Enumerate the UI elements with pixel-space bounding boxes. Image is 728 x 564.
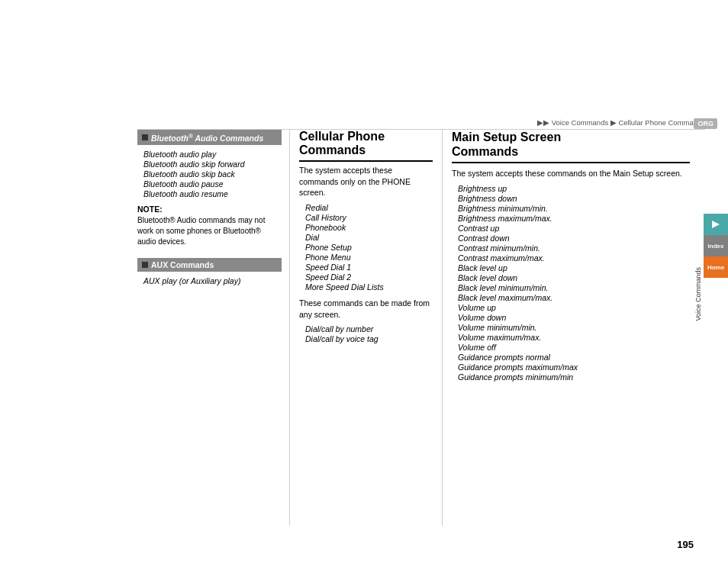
main-setup-intro: The system accepts these commands on the…	[452, 168, 690, 179]
content-area: Bluetooth® Audio Commands Bluetooth audi…	[137, 130, 690, 526]
bluetooth-note: NOTE: Bluetooth® Audio commands may not …	[137, 205, 282, 247]
list-item: Speed Dial 1	[305, 263, 433, 272]
bluetooth-items: Bluetooth audio play Bluetooth audio ski…	[137, 150, 282, 198]
list-item: Brightness minimum/min.	[458, 204, 690, 213]
aux-header-label: AUX Commands	[151, 260, 214, 269]
list-item: Dial/call by voice tag	[305, 334, 433, 343]
list-item: Bluetooth audio resume	[143, 189, 282, 198]
list-item: Black level up	[458, 263, 690, 272]
aux-items: AUX play (or Auxiliary play)	[137, 276, 282, 285]
square-icon	[142, 134, 148, 140]
list-item: Phonebook	[305, 223, 433, 232]
list-item: Guidance prompts minimum/min	[458, 372, 690, 382]
right-column: Main Setup Screen Commands The system ac…	[443, 130, 690, 526]
cellular-phone-title: Cellular Phone Commands	[299, 130, 433, 162]
list-item: Volume off	[458, 343, 690, 352]
main-setup-items: Brightness up Brightness down Brightness…	[452, 184, 690, 382]
middle-column: Cellular Phone Commands The system accep…	[290, 130, 443, 526]
list-item: Black level maximum/max.	[458, 293, 690, 302]
list-item: Brightness down	[458, 194, 690, 203]
page-wrapper: ▶▶ Voice Commands ▶ Cellular Phone Comma…	[0, 0, 728, 564]
aux-section-header: AUX Commands	[137, 258, 282, 272]
bluetooth-header-label: Bluetooth® Audio Commands	[151, 132, 263, 143]
list-item: Volume up	[458, 303, 690, 312]
list-item: Contrast down	[458, 234, 690, 243]
list-item: Volume minimum/min.	[458, 323, 690, 332]
side-tabs: Index Home	[704, 214, 728, 278]
list-item: Bluetooth audio play	[143, 150, 282, 159]
list-item: Contrast up	[458, 224, 690, 233]
list-item: Guidance prompts normal	[458, 353, 690, 362]
list-item: Call History	[305, 213, 433, 222]
left-column: Bluetooth® Audio Commands Bluetooth audi…	[137, 130, 290, 526]
screen-intro: These commands can be made from any scre…	[299, 298, 433, 320]
list-item: Black level minimum/min.	[458, 283, 690, 292]
note-text: Bluetooth® Audio commands may not work o…	[137, 215, 282, 247]
list-item: Brightness up	[458, 184, 690, 193]
screen-items: Dial/call by number Dial/call by voice t…	[299, 324, 433, 343]
breadcrumb: ▶▶ Voice Commands ▶ Cellular Phone Comma…	[537, 118, 705, 127]
list-item: Contrast maximum/max.	[458, 253, 690, 263]
square-icon-aux	[142, 262, 148, 268]
list-item: Black level down	[458, 273, 690, 282]
list-item: Phone Menu	[305, 253, 433, 262]
tab-index[interactable]: Index	[704, 235, 728, 256]
list-item: Speed Dial 2	[305, 272, 433, 282]
list-item: Dial	[305, 233, 433, 242]
list-item: Dial/call by number	[305, 324, 433, 334]
page-number: 195	[677, 539, 694, 550]
bluetooth-section-header: Bluetooth® Audio Commands	[137, 130, 282, 145]
phone-intro: The system accepts these commands only o…	[299, 165, 433, 198]
tab-voice[interactable]	[704, 214, 728, 235]
main-setup-title: Main Setup Screen Commands	[452, 130, 690, 163]
org-button[interactable]: ORG	[694, 118, 717, 129]
list-item: Bluetooth audio skip forward	[143, 160, 282, 169]
note-label: NOTE:	[137, 205, 282, 214]
list-item: Brightness maximum/max.	[458, 214, 690, 223]
list-item: Guidance prompts maximum/max	[458, 363, 690, 372]
list-item: Redial	[305, 203, 433, 212]
list-item: More Speed Dial Lists	[305, 282, 433, 292]
list-item: Contrast minimum/min.	[458, 243, 690, 253]
list-item: Volume down	[458, 313, 690, 322]
list-item: Phone Setup	[305, 243, 433, 252]
svg-marker-0	[712, 221, 720, 228]
phone-items: Redial Call History Phonebook Dial Phone…	[299, 203, 433, 292]
list-item: Volume maximum/max.	[458, 333, 690, 342]
breadcrumb-bar: ▶▶ Voice Commands ▶ Cellular Phone Comma…	[137, 118, 705, 130]
list-item: Bluetooth audio pause	[143, 179, 282, 189]
vertical-label: Voice Commands	[694, 267, 702, 321]
list-item: Bluetooth audio skip back	[143, 169, 282, 179]
list-item: AUX play (or Auxiliary play)	[143, 276, 282, 285]
tab-home[interactable]: Home	[704, 256, 728, 278]
